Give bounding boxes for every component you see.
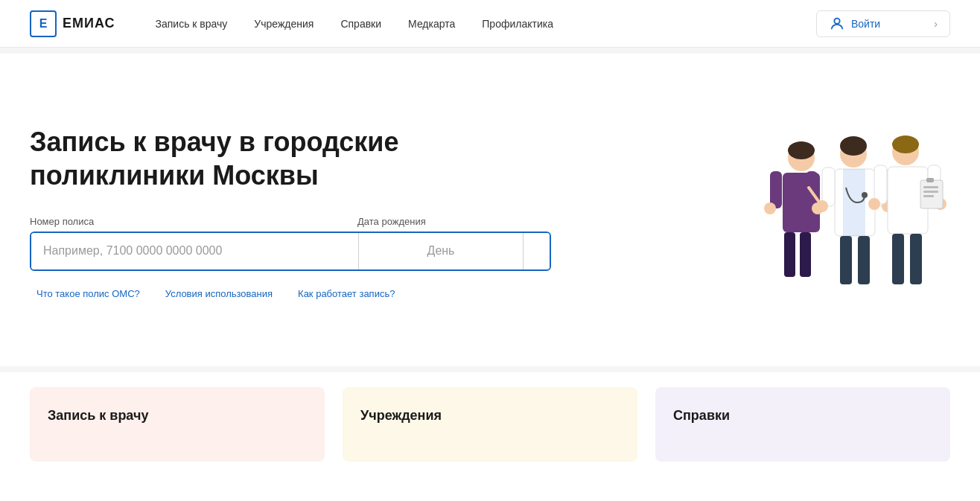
svg-rect-33 — [923, 195, 934, 197]
card-spravki-title: Справки — [673, 408, 730, 423]
card-spravki[interactable]: Справки — [655, 387, 950, 462]
chevron-right-icon: › — [934, 18, 938, 30]
login-area: Войти — [829, 16, 880, 32]
polis-label: Номер полиса — [30, 216, 357, 227]
svg-rect-30 — [920, 180, 943, 208]
cards-section: Запись к врачу Учреждения Справки — [0, 372, 980, 491]
header: Е ЕМИАС Запись к врачу Учреждения Справк… — [0, 0, 980, 48]
month-input[interactable] — [524, 233, 551, 269]
doctors-illustration — [742, 83, 950, 322]
nav-item-spravki[interactable]: Справки — [330, 12, 392, 36]
form-links: Что такое полис ОМС? Условия использован… — [30, 284, 551, 303]
card-zapis[interactable]: Запись к врачу — [30, 387, 325, 462]
card-uchrezhdeniya[interactable]: Учреждения — [343, 387, 637, 462]
logo-letter: Е — [39, 17, 48, 31]
card-uchrezhdeniya-title: Учреждения — [360, 408, 442, 423]
svg-rect-28 — [910, 234, 922, 284]
svg-rect-3 — [784, 232, 795, 277]
logo[interactable]: Е ЕМИАС — [30, 10, 115, 37]
svg-point-9 — [788, 141, 815, 159]
svg-point-19 — [840, 136, 867, 156]
svg-rect-13 — [822, 167, 835, 206]
main-nav: Запись к врачу Учреждения Справки Медкар… — [145, 12, 817, 36]
dob-label: Дата рождения — [357, 216, 426, 227]
svg-point-7 — [764, 202, 776, 214]
svg-rect-34 — [926, 178, 934, 182]
link-conditions[interactable]: Условия использования — [159, 284, 279, 303]
header-divider — [0, 48, 980, 54]
dob-group — [359, 233, 551, 269]
logo-box: Е — [30, 10, 57, 37]
logo-text: ЕМИАС — [63, 16, 115, 31]
hero-title: Запись к врачу в городские поликлиники М… — [30, 125, 551, 192]
svg-point-29 — [892, 135, 919, 153]
svg-rect-32 — [923, 191, 938, 193]
svg-rect-18 — [858, 236, 870, 284]
svg-rect-23 — [874, 165, 887, 204]
card-zapis-title: Запись к врачу — [48, 408, 148, 423]
link-howworks[interactable]: Как работает запись? — [291, 284, 401, 303]
hero-section: Запись к врачу в городские поликлиники М… — [0, 54, 980, 366]
day-input[interactable] — [359, 233, 524, 269]
hero-divider — [0, 366, 980, 372]
svg-rect-4 — [800, 232, 811, 277]
appointment-form: Номер полиса Дата рождения Записаться Чт… — [30, 216, 551, 303]
svg-rect-17 — [840, 236, 852, 284]
form-inputs-row: Записаться — [30, 232, 551, 271]
nav-item-medkarta[interactable]: Медкарта — [398, 12, 465, 36]
svg-point-0 — [834, 18, 839, 23]
hero-content: Запись к врачу в городские поликлиники М… — [30, 125, 551, 303]
svg-point-20 — [862, 192, 868, 198]
svg-point-25 — [868, 198, 880, 210]
nav-item-profilaktika[interactable]: Профилактика — [471, 12, 564, 36]
user-icon — [829, 16, 845, 32]
polis-input[interactable] — [31, 233, 359, 269]
login-button[interactable]: Войти › — [816, 10, 950, 37]
login-label: Войти — [851, 18, 880, 30]
nav-item-zapis[interactable]: Запись к врачу — [145, 12, 238, 36]
link-oms[interactable]: Что такое полис ОМС? — [30, 284, 147, 303]
svg-rect-27 — [892, 234, 904, 284]
svg-rect-31 — [923, 186, 938, 188]
nav-item-uchrezhdeniya[interactable]: Учреждения — [244, 12, 324, 36]
form-labels: Номер полиса Дата рождения — [30, 216, 551, 227]
